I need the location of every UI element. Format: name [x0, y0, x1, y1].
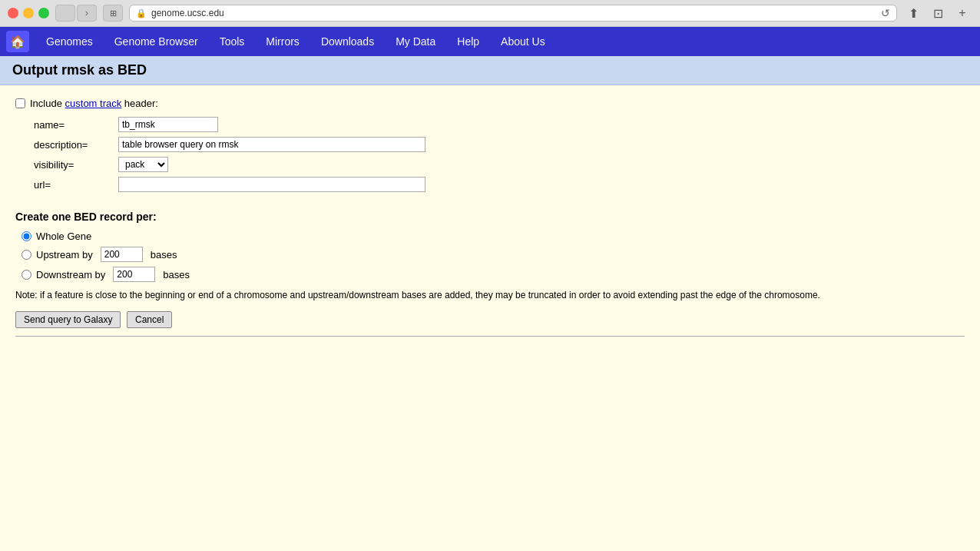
toolbar-right: ⬆ ⊡ +: [903, 5, 972, 22]
nav-genome-browser[interactable]: Genome Browser: [104, 31, 209, 52]
visibility-select[interactable]: hide dense pack squish full: [118, 157, 168, 172]
browser-chrome: ‹ › ⊞ 🔒 genome.ucsc.edu ↺ ⬆ ⊡ +: [0, 0, 980, 27]
whole-gene-label[interactable]: Whole Gene: [36, 231, 91, 242]
upstream-radio[interactable]: [22, 250, 31, 260]
back-button[interactable]: ‹: [55, 5, 75, 22]
visibility-label: visibility=: [34, 159, 118, 171]
site-nav: 🏠 Genomes Genome Browser Tools Mirrors D…: [0, 27, 980, 56]
new-tab-button[interactable]: +: [952, 5, 972, 22]
title-bar: ‹ › ⊞ 🔒 genome.ucsc.edu ↺ ⬆ ⊡ +: [0, 0, 980, 26]
window-controls: [8, 8, 49, 18]
nav-my-data[interactable]: My Data: [385, 31, 446, 52]
upstream-row: Upstream by bases: [22, 247, 965, 262]
nav-help[interactable]: Help: [446, 31, 490, 52]
downstream-radio[interactable]: [22, 270, 31, 280]
page-header: Output rmsk as BED: [0, 56, 980, 85]
upstream-bases-label: bases: [151, 249, 177, 261]
downstream-input[interactable]: [113, 267, 155, 282]
nav-about-us[interactable]: About Us: [490, 31, 556, 52]
home-nav-button[interactable]: 🏠: [6, 31, 29, 52]
downstream-label[interactable]: Downstream by: [36, 269, 105, 280]
nav-downloads[interactable]: Downloads: [310, 31, 385, 52]
maximize-button[interactable]: [38, 8, 49, 18]
downstream-bases-label: bases: [163, 269, 190, 280]
reload-button[interactable]: ↺: [881, 7, 890, 19]
button-row: Send query to Galaxy Cancel: [15, 311, 965, 328]
nav-mirrors[interactable]: Mirrors: [255, 31, 310, 52]
name-label: name=: [34, 119, 118, 131]
send-galaxy-button[interactable]: Send query to Galaxy: [15, 311, 121, 328]
address-text: genome.ucsc.edu: [151, 8, 876, 18]
name-input[interactable]: [118, 117, 218, 132]
cancel-button[interactable]: Cancel: [127, 311, 172, 328]
custom-track-row: Include custom track header:: [15, 98, 965, 109]
nav-buttons: ‹ ›: [55, 5, 97, 22]
upstream-label[interactable]: Upstream by: [36, 249, 93, 261]
url-row: url=: [34, 177, 965, 192]
page-footer: [15, 336, 965, 337]
share-button[interactable]: ⬆: [903, 5, 923, 22]
lock-icon: 🔒: [136, 8, 147, 18]
description-label: description=: [34, 139, 118, 151]
whole-gene-row: Whole Gene: [22, 231, 965, 242]
upstream-input[interactable]: [101, 247, 143, 262]
page-title: Output rmsk as BED: [12, 62, 147, 78]
whole-gene-radio[interactable]: [22, 231, 31, 241]
main-content: Include custom track header: name= descr…: [0, 85, 980, 349]
downstream-row: Downstream by bases: [22, 267, 965, 282]
include-custom-track-checkbox[interactable]: [15, 98, 25, 108]
fullscreen-button[interactable]: ⊡: [928, 5, 948, 22]
nav-tools[interactable]: Tools: [209, 31, 256, 52]
name-row: name=: [34, 117, 965, 132]
address-bar[interactable]: 🔒 genome.ucsc.edu ↺: [129, 5, 897, 22]
nav-genomes[interactable]: Genomes: [35, 31, 104, 52]
tab-button[interactable]: ⊞: [103, 5, 123, 22]
home-icon: 🏠: [10, 35, 25, 49]
include-label[interactable]: Include custom track header:: [30, 98, 158, 109]
close-button[interactable]: [8, 8, 18, 18]
bed-section-label: Create one BED record per:: [15, 211, 965, 223]
note-text: Note: if a feature is close to the begin…: [15, 288, 937, 302]
minimize-button[interactable]: [23, 8, 34, 18]
url-input[interactable]: [118, 177, 425, 192]
visibility-row: visibility= hide dense pack squish full: [34, 157, 965, 172]
custom-track-link[interactable]: custom track: [65, 98, 122, 109]
description-input[interactable]: [118, 137, 425, 152]
url-label: url=: [34, 179, 118, 191]
description-row: description=: [34, 137, 965, 152]
forward-button[interactable]: ›: [77, 5, 97, 22]
